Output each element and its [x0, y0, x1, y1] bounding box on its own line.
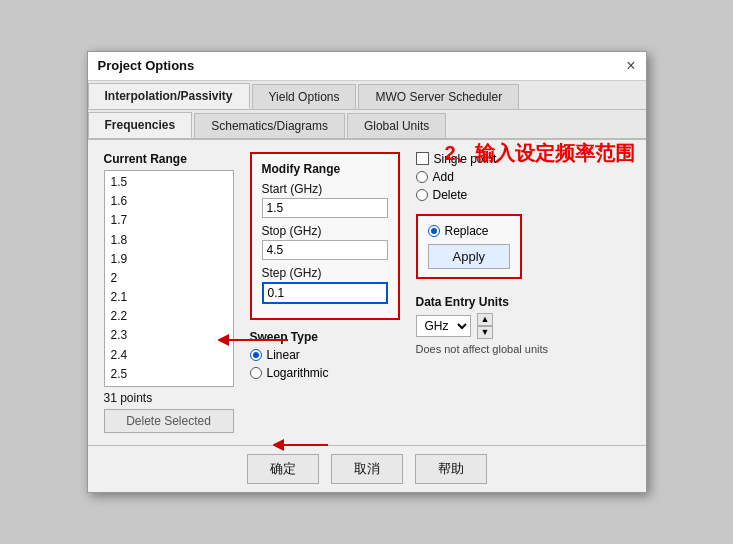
single-point-checkbox-indicator: [416, 152, 429, 165]
data-entry-label: Data Entry Units: [416, 295, 630, 309]
list-item[interactable]: 1.8: [109, 231, 229, 250]
sweep-type-box: Sweep Type Linear Logarithmic: [250, 330, 400, 380]
tabs-row-1: Interpolation/Passivity Yield Options MW…: [88, 81, 646, 110]
list-item[interactable]: 1.7: [109, 211, 229, 230]
spinner-up-button[interactable]: ▲: [477, 313, 494, 326]
list-item[interactable]: 2.4: [109, 346, 229, 365]
dialog-title: Project Options: [98, 58, 195, 73]
close-button[interactable]: ×: [626, 58, 635, 74]
step-field-group: Step (GHz): [262, 266, 388, 304]
annotation-text: 2、输入设定频率范围: [444, 140, 635, 167]
start-field-group: Start (GHz): [262, 182, 388, 218]
modify-range-title: Modify Range: [262, 162, 388, 176]
replace-radio-indicator: [428, 225, 440, 237]
linear-radio-indicator: [250, 349, 262, 361]
dialog-body: 2、输入设定频率范围 Current Range 1.5 1.6 1.7 1.8…: [88, 140, 646, 445]
linear-radio[interactable]: Linear: [250, 348, 400, 362]
tabs-row-2: Frequencies Schematics/Diagrams Global U…: [88, 110, 646, 140]
cancel-button[interactable]: 取消: [331, 454, 403, 484]
tab-yield-options[interactable]: Yield Options: [252, 84, 357, 109]
stop-field-group: Stop (GHz): [262, 224, 388, 260]
list-item[interactable]: 2: [109, 269, 229, 288]
help-button[interactable]: 帮助: [415, 454, 487, 484]
points-label: 31 points: [104, 391, 234, 405]
delete-radio-indicator: [416, 189, 428, 201]
delete-selected-button[interactable]: Delete Selected: [104, 409, 234, 433]
data-entry-section: Data Entry Units GHz MHz kHz ▲ ▼ Does no…: [416, 295, 630, 355]
sweep-type-radio-group: Linear Logarithmic: [250, 348, 400, 380]
tab-global-units[interactable]: Global Units: [347, 113, 446, 138]
sweep-type-label: Sweep Type: [250, 330, 400, 344]
replace-radio[interactable]: Replace: [428, 224, 489, 238]
modify-range-box: Modify Range Start (GHz) Stop (GHz) Step…: [250, 152, 400, 320]
tab-frequencies[interactable]: Frequencies: [88, 112, 193, 138]
list-item[interactable]: 2.1: [109, 288, 229, 307]
add-radio[interactable]: Add: [416, 170, 630, 184]
add-radio-indicator: [416, 171, 428, 183]
right-panel: Single point Add Delete Replace A: [416, 152, 630, 433]
step-label: Step (GHz): [262, 266, 388, 280]
list-item[interactable]: 2.2: [109, 307, 229, 326]
title-bar: Project Options ×: [88, 52, 646, 81]
spinner-down-button[interactable]: ▼: [477, 326, 494, 339]
tab-schematics-diagrams[interactable]: Schematics/Diagrams: [194, 113, 345, 138]
apply-button[interactable]: Apply: [428, 244, 511, 269]
list-item[interactable]: 1.9: [109, 250, 229, 269]
list-item[interactable]: 2.3: [109, 326, 229, 345]
tab-mwo-server[interactable]: MWO Server Scheduler: [358, 84, 519, 109]
step-input[interactable]: [262, 282, 388, 304]
current-range-label: Current Range: [104, 152, 234, 166]
list-item[interactable]: 1.5: [109, 173, 229, 192]
stop-label: Stop (GHz): [262, 224, 388, 238]
dialog-footer: 确定 取消 帮助: [88, 445, 646, 492]
confirm-button[interactable]: 确定: [247, 454, 319, 484]
middle-panel: Modify Range Start (GHz) Stop (GHz) Step…: [250, 152, 400, 433]
logarithmic-radio-indicator: [250, 367, 262, 379]
unit-select[interactable]: GHz MHz kHz: [416, 315, 471, 337]
delete-radio[interactable]: Delete: [416, 188, 630, 202]
spinner-buttons: ▲ ▼: [477, 313, 494, 339]
list-item[interactable]: 1.6: [109, 192, 229, 211]
stop-input[interactable]: [262, 240, 388, 260]
list-item[interactable]: 2.5: [109, 365, 229, 384]
global-note: Does not affect global units: [416, 343, 630, 355]
start-input[interactable]: [262, 198, 388, 218]
tab-interpolation-passivity[interactable]: Interpolation/Passivity: [88, 83, 250, 109]
current-range-panel: Current Range 1.5 1.6 1.7 1.8 1.9 2 2.1 …: [104, 152, 234, 433]
start-label: Start (GHz): [262, 182, 388, 196]
project-options-dialog: Project Options × Interpolation/Passivit…: [87, 51, 647, 493]
frequency-list[interactable]: 1.5 1.6 1.7 1.8 1.9 2 2.1 2.2 2.3 2.4 2.…: [104, 170, 234, 387]
replace-apply-box: Replace Apply: [416, 214, 523, 279]
data-entry-row: GHz MHz kHz ▲ ▼: [416, 313, 630, 339]
logarithmic-radio[interactable]: Logarithmic: [250, 366, 400, 380]
